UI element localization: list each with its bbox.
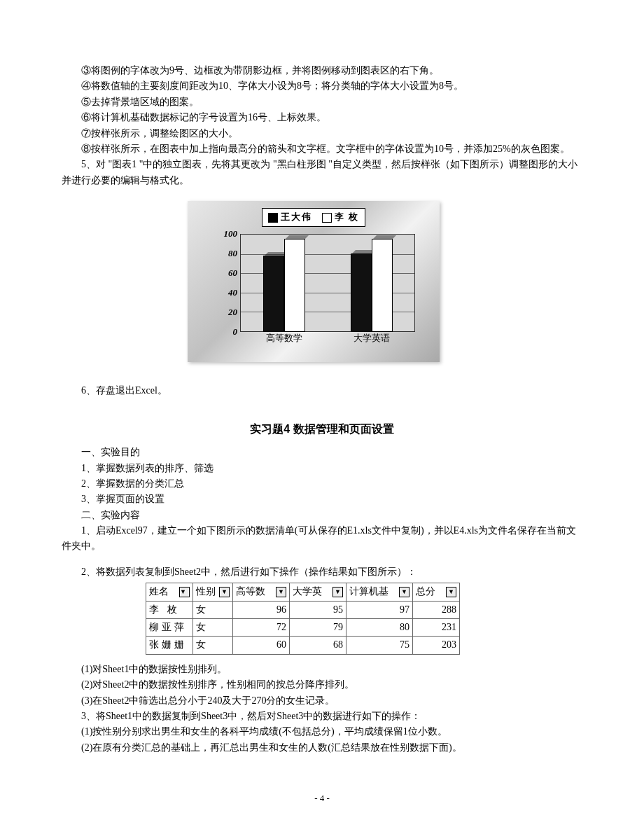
purpose-3: 3、掌握页面的设置 (62, 492, 582, 507)
table-header-cell: 性别▼ (193, 583, 233, 601)
bar-group (351, 234, 393, 332)
table-cell: 80 (346, 619, 413, 637)
question-1: (1)对Sheet1中的数据按性别排列。 (62, 662, 582, 677)
table-cell: 96 (233, 601, 290, 618)
paragraph-7: ⑦按样张所示，调整绘图区的大小。 (62, 126, 582, 141)
dropdown-icon[interactable]: ▼ (399, 587, 410, 597)
legend-item-1: 王大伟 (268, 210, 312, 225)
legend-label-1: 王大伟 (281, 210, 312, 225)
table-cell: 张姗姗 (146, 637, 193, 654)
question-4: (1)按性别分别求出男生和女生的各科平均成绩(不包括总分)，平均成绩保留1位小数… (62, 724, 582, 739)
paragraph-8: ⑧按样张所示，在图表中加上指向最高分的箭头和文字框。文字框中的字体设置为10号，… (62, 141, 582, 157)
table-header-cell: 总分▼ (413, 583, 460, 601)
table-cell: 203 (413, 637, 460, 654)
table-cell: 231 (413, 619, 460, 637)
swatch-black-icon (268, 213, 278, 223)
legend-label-2: 李 枚 (335, 210, 360, 225)
bar (284, 239, 305, 332)
purpose-2: 2、掌握数据的分类汇总 (62, 476, 582, 492)
question-2: (2)对Sheet2中的数据按性别排序，性别相同的按总分降序排列。 (62, 677, 582, 693)
bar-chart: 王大伟 李 枚 020406080100 高等数学 大学英语 (188, 201, 440, 362)
table-row: 柳亚萍女727980231 (146, 619, 460, 637)
table-cell: 女 (193, 601, 233, 618)
y-tick: 60 (212, 266, 237, 281)
paragraph-10: 6、存盘退出Excel。 (62, 383, 582, 398)
y-tick: 20 (212, 305, 237, 320)
chart-legend: 王大伟 李 枚 (262, 208, 366, 227)
question-5: (2)在原有分类汇总的基础上，再汇总出男生和女生的人数(汇总结果放在性别数据下面… (62, 740, 582, 756)
table-header-cell: 高等数▼ (233, 583, 290, 601)
header-label: 总分 (416, 584, 435, 599)
table-cell: 288 (413, 601, 460, 618)
table-header-cell: 计算机基▼ (346, 583, 413, 601)
paragraph-3: ③将图例的字体改为9号、边框改为带阴影边框，并将图例移动到图表区的右下角。 (62, 63, 582, 78)
purpose-1: 1、掌握数据列表的排序、筛选 (62, 461, 582, 476)
table-row: 张姗姗女606875203 (146, 637, 460, 654)
table-header-cell: 大学英▼ (290, 583, 346, 601)
table-cell: 60 (233, 637, 290, 654)
table-cell: 68 (290, 637, 346, 654)
subhead-purpose: 一、实验目的 (62, 445, 582, 460)
header-label: 高等数 (236, 584, 265, 599)
dropdown-icon[interactable]: ▼ (179, 587, 190, 597)
paragraph-9: 5、对 "图表1 "中的独立图表，先将其更改为 "黑白柱形图 "自定义类型，然后… (62, 157, 582, 188)
bar (263, 256, 284, 332)
content-1: 1、启动Excel97，建立一个如下图所示的数据清单(可从保存的E1.xls文件… (62, 523, 582, 555)
table-header-cell: 姓名▼ (146, 583, 193, 601)
header-label: 姓名 (149, 584, 169, 599)
plot-area: 020406080100 高等数学 大学英语 (212, 234, 415, 346)
table-cell: 75 (346, 637, 413, 654)
content-2: 2、将数据列表复制到Sheet2中，然后进行如下操作（操作结果如下图所示）： (62, 564, 582, 580)
section-title-4: 实习题4 数据管理和页面设置 (62, 420, 582, 438)
bar-group (263, 234, 305, 332)
content-3: 3、将Sheet1中的数据复制到Sheet3中，然后对Sheet3中的数据进行如… (62, 709, 582, 724)
table-cell: 79 (290, 619, 346, 637)
page-number: - 4 - (0, 791, 644, 806)
header-label: 计算机基 (349, 584, 388, 599)
x-tick-1: 高等数学 (240, 331, 328, 346)
table-cell: 女 (193, 619, 233, 637)
bar (351, 253, 372, 332)
chart-bars (240, 234, 415, 332)
bar (372, 239, 393, 332)
x-tick-2: 大学英语 (328, 331, 415, 346)
question-3: (3)在Sheet2中筛选出总分小于240及大于270分的女生记录。 (62, 693, 582, 709)
document-page: ③将图例的字体改为9号、边框改为带阴影边框，并将图例移动到图表区的右下角。 ④将… (0, 0, 644, 834)
legend-item-2: 李 枚 (322, 210, 360, 225)
y-tick: 40 (212, 286, 237, 300)
table-cell: 李 枚 (146, 601, 193, 618)
table-cell: 95 (290, 601, 346, 618)
table-header-row: 姓名▼性别▼高等数▼大学英▼计算机基▼总分▼ (146, 583, 460, 601)
paragraph-5: ⑤去掉背景墙区域的图案。 (62, 95, 582, 110)
y-tick: 80 (212, 246, 237, 261)
dropdown-icon[interactable]: ▼ (446, 587, 456, 597)
table-cell: 72 (233, 619, 290, 637)
paragraph-6: ⑥将计算机基础数据标记的字号设置为16号、上标效果。 (62, 110, 582, 125)
header-label: 大学英 (293, 584, 322, 599)
table-cell: 女 (193, 637, 233, 654)
subhead-content: 二、实验内容 (62, 508, 582, 523)
dropdown-icon[interactable]: ▼ (332, 587, 343, 597)
table-row: 李 枚女969597288 (146, 601, 460, 618)
swatch-white-icon (322, 213, 332, 223)
y-tick: 0 (212, 325, 237, 340)
header-label: 性别 (196, 584, 216, 599)
table-cell: 97 (346, 601, 413, 618)
data-table: 姓名▼性别▼高等数▼大学英▼计算机基▼总分▼ 李 枚女969597288柳亚萍女… (146, 583, 460, 655)
y-tick: 100 (212, 227, 237, 242)
dropdown-icon[interactable]: ▼ (276, 587, 286, 597)
dropdown-icon[interactable]: ▼ (219, 587, 230, 597)
table-cell: 柳亚萍 (146, 619, 193, 637)
paragraph-4: ④将数值轴的主要刻度间距改为10、字体大小设为8号；将分类轴的字体大小设置为8号… (62, 78, 582, 94)
